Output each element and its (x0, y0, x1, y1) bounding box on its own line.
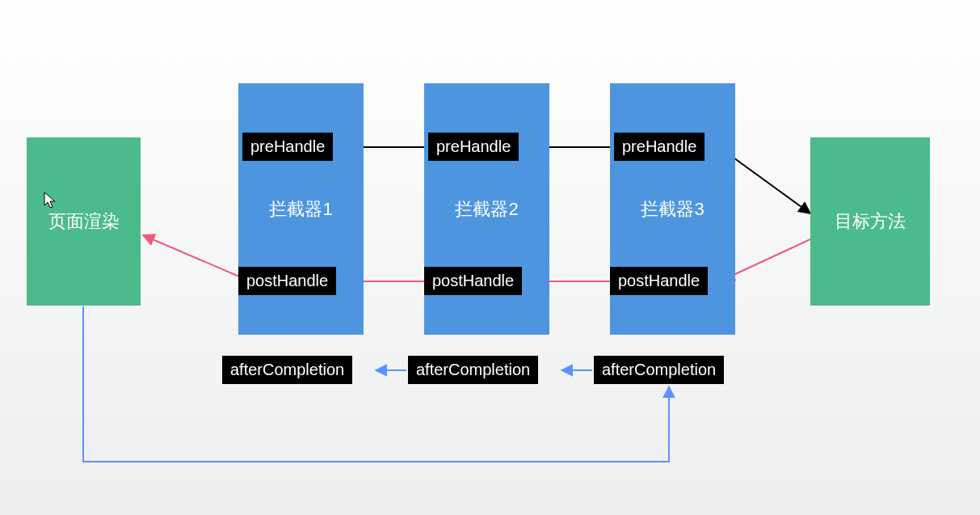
interceptor-2-aftercompletion: afterCompletion (408, 356, 538, 384)
interceptor-column-3: 拦截器3 (610, 83, 735, 335)
interceptor-1-title: 拦截器1 (269, 197, 332, 222)
diagram-stage: 页面渲染 目标方法 拦截器1 preHandle postHandle afte… (0, 0, 980, 515)
page-render-label: 页面渲染 (48, 209, 120, 234)
interceptor-2-posthandle: postHandle (424, 267, 522, 295)
svg-line-3 (723, 239, 810, 280)
target-method-box: 目标方法 (810, 137, 930, 306)
interceptor-3-prehandle: preHandle (614, 133, 705, 161)
interceptor-1-posthandle: postHandle (238, 267, 336, 295)
interceptor-column-2: 拦截器2 (424, 83, 549, 335)
svg-line-6 (143, 235, 250, 281)
interceptor-3-posthandle: postHandle (610, 267, 708, 295)
interceptor-1-aftercompletion: afterCompletion (222, 356, 352, 384)
interceptor-3-title: 拦截器3 (641, 197, 704, 222)
page-render-box: 页面渲染 (27, 137, 141, 306)
interceptor-3-aftercompletion: afterCompletion (594, 356, 724, 384)
interceptor-column-1: 拦截器1 (238, 83, 364, 335)
interceptor-2-title: 拦截器2 (455, 197, 518, 222)
interceptor-2-prehandle: preHandle (428, 133, 519, 161)
interceptor-1-prehandle: preHandle (242, 133, 333, 161)
target-method-label: 目标方法 (835, 209, 906, 234)
